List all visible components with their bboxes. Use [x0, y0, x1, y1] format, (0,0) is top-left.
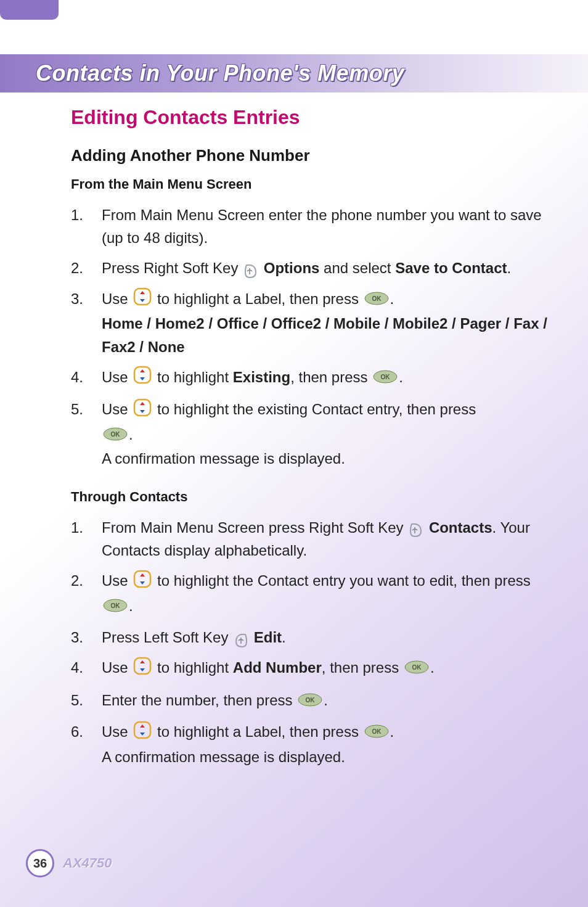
- list-item: 4. Use to highlight Existing, then press…: [71, 366, 551, 391]
- ok-key-icon: [364, 289, 389, 311]
- list-item: 6. Use to highlight a Label, then press …: [71, 720, 551, 768]
- list-item: 3. Use to highlight a Label, then press …: [71, 287, 551, 358]
- text: .: [129, 597, 133, 614]
- list-body: Use to highlight a Label, then press . H…: [102, 287, 551, 358]
- page-footer: 36 AX4750: [26, 849, 112, 877]
- text: .: [282, 629, 286, 646]
- section-title: Editing Contacts Entries: [71, 106, 551, 129]
- ok-key-icon: [373, 367, 398, 390]
- list-item: 2. Use to highlight the Contact entry yo…: [71, 569, 551, 618]
- list-body: Use to highlight Add Number, then press …: [102, 656, 551, 681]
- list-item: 5. Enter the number, then press .: [71, 689, 551, 713]
- text: Enter the number, then press: [102, 692, 296, 708]
- list-number: 1.: [71, 203, 102, 249]
- list-number: 4.: [71, 366, 102, 391]
- bold-text: Options: [264, 260, 320, 276]
- bold-text: Edit: [254, 629, 282, 646]
- model-label: AX4750: [63, 855, 112, 871]
- list-body: Press Left Soft Key Edit.: [102, 626, 551, 649]
- text: to highlight the Contact entry you want …: [157, 572, 531, 589]
- text: Press Left Soft Key: [102, 629, 232, 646]
- text: to highlight a Label, then press: [157, 290, 363, 307]
- list-number: 6.: [71, 720, 102, 768]
- list-item: 2. Press Right Soft Key Options and sele…: [71, 257, 551, 279]
- list-body: Use to highlight the Contact entry you w…: [102, 569, 551, 618]
- list-body: Use to highlight a Label, then press . A…: [102, 720, 551, 768]
- text: to highlight the existing Contact entry,…: [157, 401, 476, 417]
- confirmation-text: A confirmation message is displayed.: [102, 749, 345, 765]
- list-item: 1. From Main Menu Screen press Right Sof…: [71, 516, 551, 562]
- list-item: 3. Press Left Soft Key Edit.: [71, 626, 551, 649]
- text: .: [390, 290, 394, 307]
- nav-key-icon: [133, 721, 152, 745]
- text: to highlight: [157, 659, 233, 676]
- text: Press Right Soft Key: [102, 260, 242, 276]
- list-body: From Main Menu Screen press Right Soft K…: [102, 516, 551, 562]
- page-tab: [0, 0, 59, 20]
- text: Use: [102, 369, 132, 385]
- list-number: 1.: [71, 516, 102, 562]
- text: From Main Menu Screen press Right Soft K…: [102, 519, 407, 536]
- text: and select: [324, 260, 395, 276]
- ok-key-icon: [298, 690, 322, 713]
- ok-key-icon: [103, 424, 128, 447]
- list-body: Press Right Soft Key Options and select …: [102, 257, 551, 279]
- ok-key-icon: [364, 721, 389, 744]
- text: .: [129, 426, 133, 443]
- list-body: Use to highlight the existing Contact en…: [102, 398, 551, 470]
- text: , then press: [322, 659, 403, 676]
- text: Use: [102, 290, 132, 307]
- text: , then press: [290, 369, 372, 385]
- nav-key-icon: [133, 570, 152, 594]
- subsubsection-title: From the Main Menu Screen: [71, 176, 551, 192]
- list-number: 2.: [71, 257, 102, 279]
- chapter-title: Contacts in Your Phone's Memory: [36, 60, 404, 86]
- nav-key-icon: [133, 398, 152, 423]
- text: to highlight: [157, 369, 233, 385]
- text: .: [390, 723, 394, 740]
- text: Use: [102, 401, 132, 417]
- bold-text: Add Number: [233, 659, 322, 676]
- text: to highlight a Label, then press: [157, 723, 363, 740]
- label-options: Home / Home2 / Office / Office2 / Mobile…: [102, 315, 547, 355]
- subsection-title: Adding Another Phone Number: [71, 146, 551, 165]
- text: Use: [102, 572, 132, 589]
- page-content: Editing Contacts Entries Adding Another …: [71, 106, 551, 787]
- confirmation-text: A confirmation message is displayed.: [102, 450, 345, 467]
- list-body: Enter the number, then press .: [102, 689, 551, 713]
- bold-text: Save to Contact: [395, 260, 507, 276]
- list-number: 5.: [71, 689, 102, 713]
- nav-key-icon: [133, 287, 152, 312]
- text: Use: [102, 659, 132, 676]
- text: .: [324, 692, 328, 708]
- subsubsection-title: Through Contacts: [71, 489, 551, 505]
- ok-key-icon: [404, 657, 429, 680]
- list-number: 4.: [71, 656, 102, 681]
- text: .: [507, 260, 512, 276]
- list-number: 2.: [71, 569, 102, 618]
- text: Use: [102, 723, 132, 740]
- text: .: [399, 369, 403, 385]
- list-number: 5.: [71, 398, 102, 470]
- list-body: Use to highlight Existing, then press .: [102, 366, 551, 391]
- right-soft-key-icon: [243, 262, 258, 277]
- instruction-list-through-contacts: 1. From Main Menu Screen press Right Sof…: [71, 516, 551, 769]
- right-soft-key-icon: [409, 521, 423, 536]
- list-item: 5. Use to highlight the existing Contact…: [71, 398, 551, 470]
- list-item: 4. Use to highlight Add Number, then pre…: [71, 656, 551, 681]
- list-body: From Main Menu Screen enter the phone nu…: [102, 203, 551, 249]
- nav-key-icon: [133, 366, 152, 390]
- page-number: 36: [26, 849, 54, 877]
- list-number: 3.: [71, 626, 102, 649]
- nav-key-icon: [133, 657, 152, 681]
- text: .: [430, 659, 435, 676]
- bold-text: Contacts: [429, 519, 492, 536]
- instruction-list-main-menu: 1. From Main Menu Screen enter the phone…: [71, 203, 551, 470]
- list-number: 3.: [71, 287, 102, 358]
- list-item: 1. From Main Menu Screen enter the phone…: [71, 203, 551, 249]
- left-soft-key-icon: [234, 631, 248, 646]
- header-band: Contacts in Your Phone's Memory: [0, 54, 588, 92]
- ok-key-icon: [103, 596, 128, 618]
- bold-text: Existing: [233, 369, 290, 385]
